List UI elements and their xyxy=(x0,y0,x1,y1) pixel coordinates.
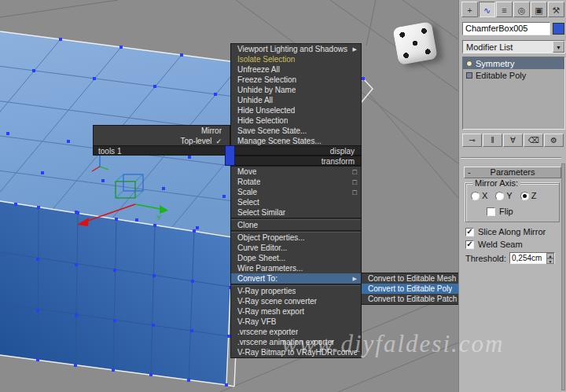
threshold-label: Threshold: xyxy=(465,254,506,263)
menu-item-hide-unselected[interactable]: Hide Unselected xyxy=(231,105,361,115)
create-icon: + xyxy=(467,5,472,15)
threshold-row: Threshold: 0,254cm ▲ ▼ xyxy=(465,252,555,264)
make-unique-icon: ∀ xyxy=(510,136,516,145)
menu-item-move[interactable]: Move □ xyxy=(231,167,361,177)
quad-origin-marker xyxy=(225,145,235,166)
mirror-axis-radios: X Y Z xyxy=(471,191,536,200)
collapse-icon: - xyxy=(468,167,471,178)
quad-title-transform: transform xyxy=(230,156,362,166)
spinner-up-icon[interactable]: ▲ xyxy=(546,253,554,258)
modifier-stack: Symmetry Editable Poly xyxy=(462,57,565,130)
motion-icon: ◎ xyxy=(518,5,526,15)
spinner-down-icon[interactable]: ▼ xyxy=(546,258,554,264)
quad-tools1-menu: Mirror Top-level ✓ xyxy=(93,125,230,147)
bulb-icon[interactable] xyxy=(466,60,472,67)
menu-item-dope-sheet[interactable]: Dope Sheet... xyxy=(231,253,361,263)
svg-text:Y: Y xyxy=(156,214,161,222)
menu-item-convert-to[interactable]: Convert To: ▶ xyxy=(231,273,361,284)
tab-hierarchy[interactable]: ≡ xyxy=(496,2,513,17)
trash-icon: ⌫ xyxy=(527,136,538,145)
menu-item-object-properties[interactable]: Object Properties... xyxy=(231,233,361,243)
menu-item-save-scene-state[interactable]: Save Scene State... xyxy=(231,126,361,136)
stack-toolbar: ⊸ ‖ ∀ ⌫ ⚙ xyxy=(462,134,564,147)
menu-item-mirror[interactable]: Mirror xyxy=(94,126,230,136)
show-end-result-button[interactable]: ‖ xyxy=(483,134,502,147)
check-icon: ✓ xyxy=(215,137,222,146)
menu-item-vray-properties[interactable]: V-Ray properties xyxy=(231,286,361,296)
radio-axis-x[interactable]: X xyxy=(471,191,487,200)
remove-modifier-button[interactable]: ⌫ xyxy=(524,134,543,147)
modify-icon: ∿ xyxy=(483,5,491,15)
threshold-spinner[interactable]: 0,254cm ▲ ▼ xyxy=(509,252,555,264)
menu-item-rotate[interactable]: Rotate □ xyxy=(231,177,361,187)
panel-scrollbar[interactable] xyxy=(561,163,565,390)
hierarchy-icon: ≡ xyxy=(502,5,506,15)
menu-item-scale[interactable]: Scale □ xyxy=(231,187,361,197)
menu-item-hide-selection[interactable]: Hide Selection xyxy=(231,115,361,126)
modifier-row-symmetry[interactable]: Symmetry xyxy=(463,57,564,69)
menu-item-unfreeze-all[interactable]: Unfreeze All xyxy=(231,64,361,75)
weld-seam-checkbox[interactable]: ✓ Weld Seam xyxy=(465,240,523,249)
tab-display[interactable]: ▣ xyxy=(531,2,547,17)
checkbox-box: ✓ xyxy=(487,207,495,216)
menu-item-select-similar[interactable]: Select Similar xyxy=(231,207,361,218)
command-panel: + ∿ ≡ ◎ ▣ ⚒ ChamferBox005 Modifier List … xyxy=(458,0,566,392)
parameters-rollout-header[interactable]: - Parameters xyxy=(464,167,561,178)
transform-quad-menu: Move □ Rotate □ Scale □ Select Select Si… xyxy=(230,166,362,358)
tab-modify[interactable]: ∿ xyxy=(479,2,495,17)
flip-checkbox[interactable]: ✓ Flip xyxy=(487,207,513,216)
menu-item-vray-scene-converter[interactable]: V-Ray scene converter xyxy=(231,296,361,306)
menu-item-isolate-selection[interactable]: Isolate Selection xyxy=(231,54,361,64)
quad-title-display: display xyxy=(230,145,362,156)
menu-item-vray-bitmap-to-vrayhdri-converter[interactable]: V-Ray Bitmap to VRayHDRI converter xyxy=(231,347,361,357)
quad-title-tools1: tools 1 xyxy=(93,145,230,156)
threshold-value[interactable]: 0,254cm xyxy=(510,254,546,262)
object-color-swatch[interactable] xyxy=(553,23,564,35)
menu-item-select[interactable]: Select xyxy=(231,197,361,207)
modifier-list-dropdown[interactable]: Modifier List ▼ xyxy=(462,40,565,53)
menu-item-vray-vfb[interactable]: V-Ray VFB xyxy=(231,317,361,327)
mirror-axis-group: Mirror Axis: X Y Z ✓ Flip xyxy=(465,183,560,222)
3dsmax-window: Y Mirror Top-level ✓ tools 1 display tra… xyxy=(0,0,566,392)
menu-item-vrscene-exporter[interactable]: .vrscene exporter xyxy=(231,327,361,337)
menu-item-curve-editor[interactable]: Curve Editor... xyxy=(231,243,361,253)
submenu-arrow-icon: ▶ xyxy=(353,45,357,54)
menu-item-vray-mesh-export[interactable]: V-Ray mesh export xyxy=(231,306,361,317)
menu-item-unhide-all[interactable]: Unhide All xyxy=(231,95,361,105)
settings-dialog-icon[interactable]: □ xyxy=(353,167,357,177)
menu-item-unhide-by-name[interactable]: Unhide by Name xyxy=(231,85,361,95)
menu-item-viewport-lighting-and-shadows[interactable]: Viewport Lighting and Shadows ▶ xyxy=(231,44,361,54)
checkbox-box: ✓ xyxy=(465,240,474,249)
gear-icon: ⚙ xyxy=(550,136,557,145)
slice-along-mirror-checkbox[interactable]: ✓ Slice Along Mirror xyxy=(465,227,546,236)
menu-item-freeze-selection[interactable]: Freeze Selection xyxy=(231,75,361,85)
submenu-arrow-icon: ▶ xyxy=(353,274,357,284)
menu-item-wire-parameters[interactable]: Wire Parameters... xyxy=(231,263,361,273)
menu-item-clone[interactable]: Clone xyxy=(231,220,361,230)
mirror-axis-label: Mirror Axis: xyxy=(472,178,520,188)
tab-utilities[interactable]: ⚒ xyxy=(548,2,564,17)
checkbox-box: ✓ xyxy=(465,228,474,236)
tab-create[interactable]: + xyxy=(461,2,478,17)
menu-item-vrscene-animation-exporter[interactable]: .vrscene animation exporter xyxy=(231,337,361,347)
pin-stack-button[interactable]: ⊸ xyxy=(462,134,482,147)
modifier-icon xyxy=(466,72,472,79)
show-end-result-icon: ‖ xyxy=(491,136,494,145)
make-unique-button[interactable]: ∀ xyxy=(503,134,523,147)
modifier-row-editable-poly[interactable]: Editable Poly xyxy=(463,69,564,81)
utilities-icon: ⚒ xyxy=(553,5,560,15)
settings-dialog-icon[interactable]: □ xyxy=(353,178,357,187)
radio-axis-z[interactable]: Z xyxy=(520,191,537,200)
radio-axis-y[interactable]: Y xyxy=(495,191,512,200)
command-panel-tabs: + ∿ ≡ ◎ ▣ ⚒ xyxy=(461,2,564,17)
display-icon: ▣ xyxy=(535,5,542,15)
tab-motion[interactable]: ◎ xyxy=(513,2,530,17)
dropdown-arrow-icon[interactable]: ▼ xyxy=(553,41,564,53)
dice-image xyxy=(392,21,438,65)
display-quad-menu: Viewport Lighting and Shadows ▶ Isolate … xyxy=(230,43,362,147)
settings-dialog-icon[interactable]: □ xyxy=(353,188,357,197)
configure-modifier-sets-button[interactable]: ⚙ xyxy=(544,134,564,147)
pin-icon: ⊸ xyxy=(469,136,475,145)
object-name-input[interactable]: ChamferBox005 xyxy=(462,22,550,35)
panel-divider xyxy=(461,157,561,159)
